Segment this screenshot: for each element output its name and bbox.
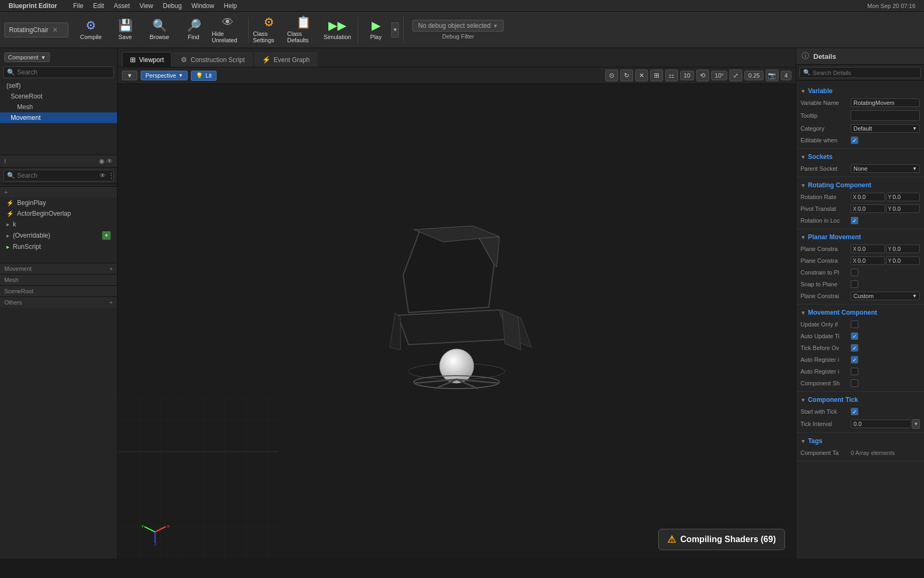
overridable-add-btn[interactable]: + [102,231,111,240]
pc1-x[interactable]: X 0.0 [851,245,885,253]
editable-checkbox[interactable] [851,136,858,144]
tree-item-sceneroot[interactable]: SceneRoot [0,91,117,102]
vp-icon-snap[interactable]: ⟲ [696,70,709,81]
pivot-x[interactable]: X 0.0 [851,204,885,213]
node-overridable[interactable]: ▸ (Overridable) + [0,230,117,241]
component-search-input[interactable] [17,69,110,76]
search-details-input[interactable] [813,70,917,76]
tree-item-movement[interactable]: Movement [0,112,117,123]
pc2-y[interactable]: Y 0.0 [886,256,920,265]
section-planar-title[interactable]: ▼ Planar Movement [796,231,924,243]
menu-debug[interactable]: Debug [159,1,186,11]
viewport-dropdown-btn[interactable]: ▼ [122,71,137,80]
scale-snap-value[interactable]: 0.25 [744,71,763,80]
section-component-tick-title[interactable]: ▼ Component Tick [796,394,924,406]
class-defaults-button[interactable]: 📋 Class Defaults [287,14,319,45]
vp-icon-mode2[interactable]: ↻ [620,70,633,81]
menu-edit[interactable]: Edit [89,1,109,11]
vp-icon-grid[interactable]: ⚏ [665,70,678,81]
movement-add-btn[interactable]: + [110,265,113,272]
section-variable-title[interactable]: ▼ Variable [796,85,924,97]
play-button[interactable]: ▶ Play [363,14,389,45]
camera-speed-value[interactable]: 4 [781,71,791,80]
tooltip-value[interactable] [851,110,920,121]
section-rotating-title[interactable]: ▼ Rotating Component [796,179,924,191]
vp-icon-scale[interactable]: ⤢ [729,70,742,81]
tab-event-graph[interactable]: ⚡ Event Graph [254,52,318,67]
section-movement[interactable]: Movement + [0,263,117,274]
auto-update-checkbox[interactable] [851,332,858,340]
pc2-x[interactable]: X 0.0 [851,256,885,265]
tick-interval-value[interactable]: 0.0 [851,420,911,428]
play-dropdown[interactable]: ▼ [391,22,399,37]
rotation-snap-value[interactable]: 10° [711,71,728,80]
component-sh-checkbox[interactable] [851,379,858,387]
menu-file[interactable]: File [69,1,88,11]
tree-item-self[interactable]: (self) [0,80,117,91]
constrain-checkbox[interactable] [851,269,858,276]
tab-viewport[interactable]: ⊞ Viewport [122,52,172,67]
menu-asset[interactable]: Asset [110,1,134,11]
variable-name-value[interactable]: RotatingMovem [851,98,920,107]
rotation-in-loc-checkbox[interactable] [851,217,858,224]
construction-tab-icon: ⚙ [181,56,187,64]
filter-icon[interactable]: ◉ [99,157,104,165]
section-sceneroot[interactable]: SceneRoot [0,285,117,296]
title-close[interactable]: ✕ [52,26,58,34]
section-movement-component-title[interactable]: ▼ Movement Component [796,307,924,318]
vp-icon-camera[interactable]: 📷 [766,70,779,81]
tick-before-checkbox[interactable] [851,344,858,352]
update-only-checkbox[interactable] [851,321,858,328]
category-dropdown[interactable]: Default ▼ [851,124,920,133]
section-tags-title[interactable]: ▼ Tags [796,435,924,447]
pivot-y[interactable]: Y 0.0 [886,204,920,213]
simulation-button[interactable]: ▶▶ Simulation [321,14,353,45]
section-others[interactable]: Others + [0,296,117,308]
grid-snap-value[interactable]: 10 [680,71,694,80]
menu-view[interactable]: View [135,1,158,11]
lit-label: Lit [205,72,212,79]
parent-socket-dropdown[interactable]: None ▼ [851,164,920,173]
compile-button[interactable]: ⚙ Compile [75,14,107,45]
viewport-canvas[interactable]: X Y Z ⚠ Compiling Shaders (69) [118,84,796,559]
component-dropdown[interactable]: Component ▼ [4,52,50,62]
tree-item-mesh[interactable]: Mesh [0,102,117,112]
node-actoroverlap[interactable]: ⚡ ActorBeginOverlap [0,208,117,219]
tab-construction-script[interactable]: ⚙ Construction Script [173,52,252,67]
snap-checkbox[interactable] [851,280,858,288]
debug-object-selector[interactable]: No debug object selected ▼ [412,20,504,32]
rotation-rate-y[interactable]: Y 0.0 [886,193,920,201]
menu-help[interactable]: Help [220,1,242,11]
section-mesh[interactable]: Mesh [0,274,117,285]
class-settings-button[interactable]: ⚙ Class Settings [253,14,285,45]
auto-register-1-checkbox[interactable] [851,356,858,363]
node-runscript[interactable]: ▸ RunScript [0,241,117,252]
save-button[interactable]: 💾 Save [109,14,141,45]
find-button[interactable]: 🔎 Find [178,14,210,45]
perspective-btn[interactable]: Perspective ▼ [141,71,188,80]
node-beginplay[interactable]: ⚡ BeginPlay [0,197,117,208]
plane-constrai-dropdown[interactable]: Custom ▼ [851,292,920,300]
search-options-icon[interactable]: ⋮ [108,172,114,179]
pc1-y[interactable]: Y 0.0 [886,245,920,253]
auto-register-2-checkbox[interactable] [851,368,858,375]
section-sockets-title[interactable]: ▼ Sockets [796,151,924,163]
browse-button[interactable]: 🔍 Browse [143,14,175,45]
start-tick-checkbox[interactable] [851,408,858,415]
tick-interval-dropdown[interactable]: ▼ [912,419,920,429]
lit-btn[interactable]: 💡 Lit [191,71,217,81]
snap-label: Snap to Plane [800,281,849,287]
prop-plane-constra-2: Plane Constra X 0.0 Y 0.0 [796,255,924,267]
menu-window[interactable]: Window [187,1,219,11]
hide-unrelated-button[interactable]: 👁 Hide Unrelated [212,14,244,45]
search-eye-icon[interactable]: 👁 [99,172,106,179]
others-add-btn[interactable]: + [110,299,113,306]
rotation-rate-x[interactable]: X 0.0 [851,193,885,201]
node-search-input[interactable] [17,172,97,179]
node-k[interactable]: ▸ k [0,219,117,230]
vp-icon-mode1[interactable]: ⊙ [605,70,618,81]
section-add[interactable]: + [0,186,117,197]
vp-icon-mode3[interactable]: ✕ [635,70,648,81]
vp-icon-mode4[interactable]: ⊞ [650,70,663,81]
eye-icon[interactable]: 👁 [106,157,113,165]
